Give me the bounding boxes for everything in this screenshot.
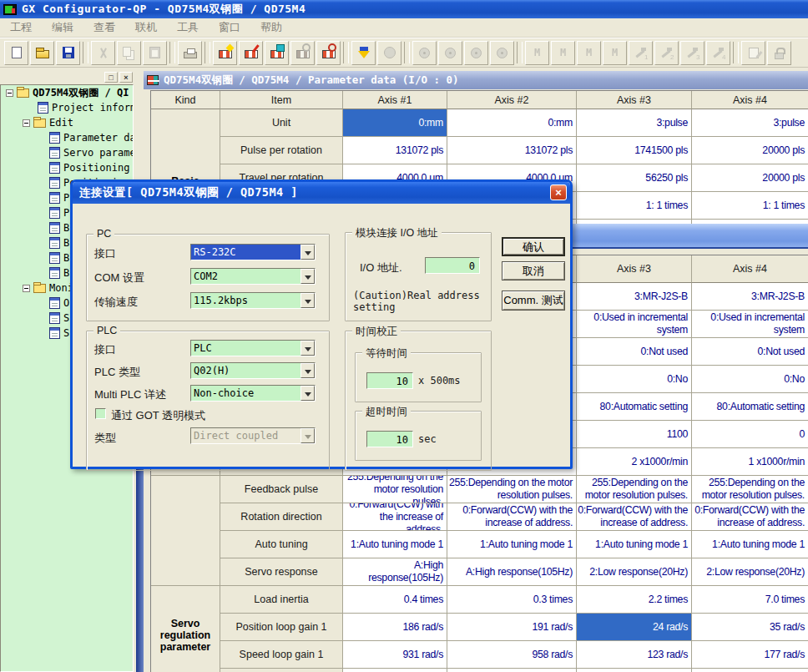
column-header-axis1[interactable]: Axis #1 [343, 91, 447, 109]
table-cell[interactable]: 2:Low response(20Hz) [692, 558, 808, 586]
menu-view[interactable]: 查看 [83, 20, 125, 35]
table-cell[interactable]: 255:Depending on the motor resolution pu… [447, 476, 577, 503]
chevron-down-icon[interactable] [300, 269, 315, 284]
chevron-down-icon[interactable] [300, 245, 315, 260]
table-cell[interactable]: 3:pulse [577, 109, 692, 137]
table-cell[interactable]: 255:Depending on the motor resolution pu… [692, 476, 808, 503]
dialog-close-button[interactable]: × [550, 184, 567, 200]
table-cell[interactable]: 0:Used in incremental system [692, 311, 808, 338]
baud-rate-combo[interactable]: 115.2kbps [190, 292, 316, 309]
table-cell[interactable]: 0:Not used [692, 338, 808, 366]
table-cell[interactable]: 20000 pls [692, 164, 808, 192]
table-cell[interactable] [577, 669, 692, 672]
table-cell[interactable]: 0:No [577, 366, 692, 393]
table-cell[interactable]: 0 [692, 421, 808, 448]
menu-edit[interactable]: 编辑 [42, 20, 83, 35]
column-header-axis4[interactable]: Axis #4 [692, 91, 808, 109]
table-cell[interactable]: 131072 pls [343, 137, 447, 164]
column-header-axis3[interactable]: Axis #3 [577, 91, 692, 109]
panel-close-button[interactable]: × [119, 72, 133, 83]
print-button[interactable] [178, 41, 202, 65]
table-cell[interactable]: 958 rad/s [447, 641, 577, 669]
table-cell[interactable]: 191 rad/s [447, 614, 577, 641]
ok-button[interactable]: 确认 [502, 237, 565, 256]
table-cell[interactable]: 0:Forward(CCW) with the increase of addr… [577, 503, 692, 531]
table-cell[interactable]: 3:pulse [692, 109, 808, 137]
column-header-axis3[interactable]: Axis #3 [577, 255, 692, 283]
timeout-field[interactable]: 10 [366, 431, 413, 447]
new-project-button[interactable] [4, 41, 28, 65]
tree-item-positioning-1[interactable]: Positioning ( [1, 160, 133, 175]
parameter-window-titlebar[interactable]: QD75M4双钢圈 / QD75M4 / Parameter data (I/O… [144, 71, 808, 89]
table-cell[interactable]: 0:Not used [577, 338, 692, 366]
table-cell[interactable]: 20000 pls [692, 137, 808, 164]
table-cell[interactable]: 2 x1000r/min [577, 448, 692, 476]
io-address-field[interactable]: 0 [425, 257, 480, 274]
table-cell[interactable]: 80:Automatic setting [577, 393, 692, 421]
dialog-titlebar[interactable]: 连接设置[ QD75M4双钢圈 / QD75M4 ] [73, 182, 570, 204]
table-cell[interactable]: 0:Forward(CCW) with the increase of addr… [692, 503, 808, 531]
table-cell[interactable]: 931 rad/s [343, 641, 447, 669]
table-cell[interactable]: 0:Used in incremental system [577, 311, 692, 338]
table-cell[interactable]: 7.0 times [692, 586, 808, 614]
column-header-axis2[interactable]: Axis #2 [447, 91, 577, 109]
new-module-button[interactable] [213, 41, 237, 65]
column-header-item[interactable]: Item [220, 91, 343, 109]
cancel-button[interactable]: 取消 [502, 261, 565, 280]
table-cell[interactable]: 1 x1000r/min [692, 448, 808, 476]
table-cell[interactable] [343, 669, 447, 672]
chevron-down-icon[interactable] [300, 386, 315, 401]
com-port-combo[interactable]: COM2 [190, 268, 316, 285]
collapse-icon[interactable] [23, 119, 30, 127]
table-cell[interactable]: A:High response(105Hz) [447, 558, 577, 586]
collapse-icon[interactable] [6, 89, 13, 97]
menu-project[interactable]: 工程 [0, 20, 42, 35]
tree-item-edit[interactable]: Edit [1, 115, 133, 130]
got-transparent-checkbox[interactable] [95, 408, 106, 419]
chevron-down-icon[interactable] [300, 293, 315, 308]
table-cell[interactable] [447, 669, 577, 672]
table-cell[interactable]: 56250 pls [577, 164, 692, 192]
table-cell[interactable]: 255:Depending on the motor resolution pu… [577, 476, 692, 503]
table-cell[interactable]: 35 rad/s [692, 614, 808, 641]
chevron-down-icon[interactable] [300, 363, 315, 378]
chevron-down-icon[interactable] [300, 341, 315, 356]
table-cell[interactable]: 255:Depending on the motor resolution pu… [343, 476, 447, 503]
multi-plc-combo[interactable]: Non-choice [190, 385, 316, 402]
menu-online[interactable]: 联机 [125, 20, 167, 35]
table-cell[interactable]: 1:Auto tuning mode 1 [577, 531, 692, 558]
table-cell[interactable]: 3:MR-J2S-B [692, 283, 808, 311]
tree-item-parameter-data[interactable]: Parameter dat [1, 130, 133, 145]
table-cell[interactable]: 0:No [692, 366, 808, 393]
plc-type-combo[interactable]: Q02(H) [190, 362, 316, 379]
open-project-button[interactable] [30, 41, 54, 65]
table-cell[interactable]: 131072 pls [447, 137, 577, 164]
column-header-kind[interactable]: Kind [151, 91, 220, 109]
table-cell[interactable]: 1: 1 times [577, 192, 692, 220]
menu-window[interactable]: 窗口 [209, 20, 250, 35]
table-cell[interactable]: 2:Low response(20Hz) [577, 558, 692, 586]
comm-test-button[interactable]: Comm. 测试 [502, 291, 565, 311]
table-cell[interactable] [692, 669, 808, 672]
menu-tools[interactable]: 工具 [167, 20, 209, 35]
table-cell[interactable]: 1100 [577, 421, 692, 448]
panel-float-button[interactable]: □ [104, 72, 118, 83]
table-cell[interactable]: 0:Forward(CCW) with the increase of addr… [447, 503, 577, 531]
table-cell[interactable]: 0.3 times [447, 586, 577, 614]
wait-time-field[interactable]: 10 [366, 372, 413, 389]
table-cell[interactable]: 123 rad/s [577, 641, 692, 669]
table-cell[interactable]: 2.2 times [577, 586, 692, 614]
table-cell-selected[interactable]: 24 rad/s [577, 614, 692, 641]
write-to-module-button[interactable] [351, 41, 376, 65]
table-cell[interactable]: 1:Auto tuning mode 1 [343, 531, 447, 558]
collapse-icon[interactable] [23, 285, 30, 292]
table-cell[interactable]: 80:Automatic setting [692, 393, 808, 421]
menu-help[interactable]: 帮助 [250, 20, 292, 35]
module-transfer-button[interactable] [265, 41, 289, 65]
table-cell[interactable]: 0.4 times [343, 586, 447, 614]
table-cell[interactable]: 1741500 pls [577, 137, 692, 164]
pc-interface-combo[interactable]: RS-232C [190, 244, 316, 260]
table-cell-selected[interactable]: 0:mm [343, 109, 447, 137]
edit-module-button[interactable] [239, 41, 263, 65]
table-cell[interactable]: 0:Forward(CCW) with the increase of addr… [343, 503, 447, 531]
